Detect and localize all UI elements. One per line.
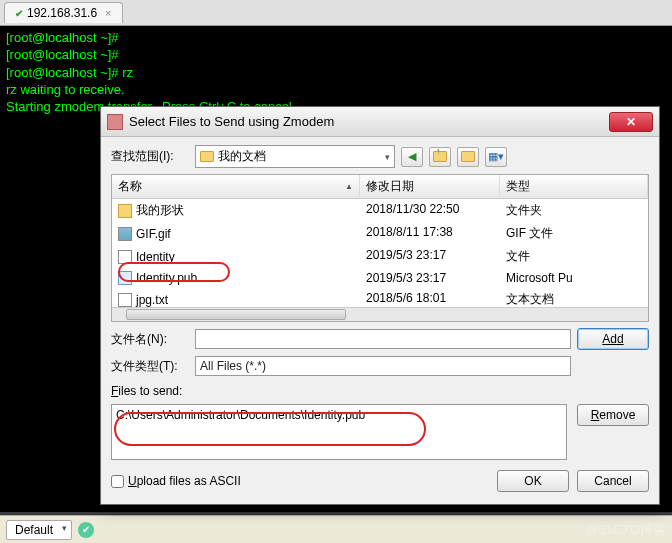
upload-ascii-checkbox[interactable] — [111, 475, 124, 488]
remove-button[interactable]: Remove — [577, 404, 649, 426]
status-connected-icon: ✔ — [78, 522, 94, 538]
cancel-button[interactable]: Cancel — [577, 470, 649, 492]
column-date[interactable]: 修改日期 — [360, 175, 500, 198]
column-type[interactable]: 类型 — [500, 175, 648, 198]
text-file-icon — [118, 250, 132, 264]
keyword-set-dropdown[interactable]: Default — [6, 520, 72, 540]
lookin-dropdown[interactable]: 我的文档 ▾ — [195, 145, 395, 168]
lookin-value: 我的文档 — [218, 148, 266, 165]
tab-bar: ✔ 192.168.31.6 × — [0, 0, 672, 26]
scrollbar-thumb[interactable] — [126, 309, 346, 320]
ok-button[interactable]: OK — [497, 470, 569, 492]
close-button[interactable]: ✕ — [609, 112, 653, 132]
dialog-title: Select Files to Send using Zmodem — [129, 114, 609, 129]
sort-asc-icon: ▲ — [345, 182, 353, 191]
file-row[interactable]: GIF.gif2018/8/11 17:38GIF 文件 — [112, 222, 648, 245]
add-button[interactable]: Add — [577, 328, 649, 350]
up-one-level-button[interactable]: ↑ — [429, 147, 451, 167]
lookin-label: 查找范围(I): — [111, 148, 189, 165]
watermark: @51CTO博客 — [585, 521, 666, 539]
file-list-header[interactable]: 名称▲ 修改日期 类型 — [112, 175, 648, 199]
upload-ascii-label: Upload files as ASCII — [128, 474, 241, 488]
file-rows: 我的形状2018/11/30 22:50文件夹 GIF.gif2018/8/11… — [112, 199, 648, 311]
horizontal-scrollbar[interactable] — [112, 307, 648, 321]
check-icon: ✔ — [15, 8, 23, 19]
cert-file-icon — [118, 271, 132, 285]
filetype-label: 文件类型(T): — [111, 358, 189, 375]
view-menu-button[interactable]: ▦▾ — [485, 147, 507, 167]
file-row[interactable]: 我的形状2018/11/30 22:50文件夹 — [112, 199, 648, 222]
text-file-icon — [118, 293, 132, 307]
app-icon — [107, 114, 123, 130]
file-list[interactable]: 名称▲ 修改日期 类型 我的形状2018/11/30 22:50文件夹 GIF.… — [111, 174, 649, 322]
file-row[interactable]: Identity2019/5/3 23:17文件 — [112, 245, 648, 268]
dialog-titlebar: Select Files to Send using Zmodem ✕ — [101, 107, 659, 137]
folder-icon — [200, 151, 214, 162]
image-file-icon — [118, 227, 132, 241]
folder-icon — [118, 204, 132, 218]
column-name[interactable]: 名称▲ — [112, 175, 360, 198]
zmodem-send-dialog: Select Files to Send using Zmodem ✕ 查找范围… — [100, 106, 660, 505]
tab-close-icon[interactable]: × — [105, 7, 111, 19]
tab-host-label: 192.168.31.6 — [27, 6, 97, 20]
filename-input[interactable] — [195, 329, 571, 349]
chevron-down-icon: ▾ — [385, 152, 390, 162]
back-button[interactable]: ◀ — [401, 147, 423, 167]
status-bar: Default ✔ — [0, 515, 672, 543]
new-folder-button[interactable] — [457, 147, 479, 167]
filetype-dropdown[interactable]: All Files (*.*) — [195, 356, 571, 376]
session-tab[interactable]: ✔ 192.168.31.6 × — [4, 2, 123, 23]
filename-label: 文件名(N): — [111, 331, 189, 348]
files-to-send-label: Files to send: — [111, 384, 649, 398]
file-row[interactable]: Identity.pub2019/5/3 23:17Microsoft Pu — [112, 268, 648, 288]
files-to-send-list[interactable]: C:\Users\Administrator\Documents\Identit… — [111, 404, 567, 460]
